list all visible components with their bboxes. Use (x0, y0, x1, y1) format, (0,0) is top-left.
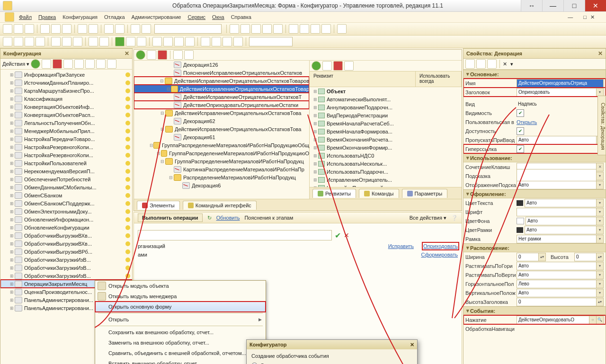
tb2-c[interactable] (25, 37, 34, 46)
form-tree-item[interactable]: ДействиеОприходоватьОтрицательныеОстатки (134, 101, 309, 109)
link-fix[interactable]: Исправить (388, 243, 414, 249)
attr-b[interactable] (322, 61, 332, 71)
tb-print[interactable] (78, 24, 87, 34)
props-tb-x[interactable]: ✕ (503, 61, 507, 67)
tab-elements[interactable]: Элементы (137, 201, 180, 210)
form-tree-item[interactable]: Декорация126 (134, 61, 309, 69)
config-tree-item[interactable]: ⊞ОбработчикиВыгрузкиВХв... (0, 240, 132, 248)
props-tb-a[interactable] (465, 59, 475, 69)
sort-icon[interactable] (85, 59, 95, 69)
attribute-item[interactable]: ⊞ВремяНачалаФормирова... (310, 127, 462, 135)
tb2-p[interactable] (201, 37, 210, 46)
tb2-q[interactable] (212, 37, 221, 46)
form-tree-item[interactable]: КартинкаРаспределениеМатериаловИРаботНаП… (134, 165, 309, 173)
attribute-item[interactable]: ⊞ИсправлениеОтрицатель... (310, 176, 462, 184)
config-tree-item[interactable]: ⊞ОбновлениеИнформацион... (0, 215, 132, 223)
tb-f[interactable] (289, 24, 298, 34)
ctx-item[interactable]: Заменить на внешнюю обработку, отчет... (95, 337, 266, 348)
tb2-l[interactable] (152, 37, 162, 46)
menu-help[interactable]: Справка (231, 14, 251, 20)
config-tree-item[interactable]: ⊞ИнформацияПриЗапуске (0, 71, 132, 79)
tb-preview[interactable] (89, 24, 98, 34)
form-elements-tree[interactable]: Декорация126ПояснениеИсправлениеОтрицате… (134, 61, 310, 199)
tab-commands[interactable]: Команды (359, 189, 399, 198)
form-edit-icon[interactable] (147, 50, 156, 60)
form-add-icon[interactable] (136, 50, 145, 60)
form-tree-item[interactable]: Декорация6 (134, 181, 309, 189)
filter-icon[interactable] (96, 59, 106, 69)
attr-add-icon[interactable] (312, 61, 321, 71)
props-tb-b[interactable] (476, 59, 486, 69)
chk-visibility[interactable]: ✔ (517, 109, 524, 117)
tb-e[interactable] (273, 24, 283, 34)
tb-d[interactable] (262, 24, 272, 34)
link-form[interactable]: Сформировать (421, 252, 458, 257)
props-close[interactable]: ✕ (598, 50, 603, 57)
tb-open[interactable] (14, 24, 23, 34)
attr-del-icon[interactable] (333, 61, 343, 71)
mdi-minimize[interactable]: — (568, 14, 573, 20)
menu-windows[interactable]: Окна (212, 14, 224, 20)
dialog-close[interactable]: ✕ (410, 342, 414, 348)
config-tree-item[interactable]: ⊞КартаМаршрутаБизнесПро... (0, 87, 132, 95)
tb-c[interactable] (251, 24, 261, 34)
properties-list[interactable]: Основные: ИмяДействиеОприходоватьОтрица … (463, 70, 606, 364)
tb-new[interactable] (3, 24, 12, 34)
config-tree-item[interactable]: ⊞ОбработчикиВыгрузкиВРб... (0, 248, 132, 256)
menu-file[interactable]: Файл (19, 14, 32, 20)
tb2-s[interactable] (233, 37, 243, 46)
config-panel-close[interactable]: ✕ (125, 50, 129, 57)
config-tree-item[interactable]: ⊞НастройкиПользователей (0, 159, 132, 167)
dd-icon[interactable]: ▾ (597, 88, 604, 97)
preview-search-input[interactable] (138, 230, 332, 240)
form-up-icon[interactable] (173, 50, 183, 60)
config-tree-item[interactable]: ⊞НерекомендуемаяВерсияП... (0, 167, 132, 175)
group-use[interactable]: Использование: (463, 153, 606, 162)
config-tree-item[interactable]: ⊞НастройкаРезервногоКопи... (0, 151, 132, 159)
tb-redo[interactable] (115, 24, 125, 34)
tb2-r[interactable] (223, 37, 232, 46)
form-tree-item[interactable]: ⊟ГруппаРаспределениеМатериаловИРаботНаПр… (134, 141, 309, 149)
prop-title[interactable]: Оприходовать (517, 88, 597, 97)
tb2-i[interactable] (99, 37, 109, 46)
menu-debug[interactable]: Отладка (104, 14, 125, 20)
attribute-item[interactable]: ⊞АвтоматическиВыполнят... (310, 95, 462, 103)
search-combo[interactable] (154, 24, 222, 34)
prop-name[interactable]: ДействиеОприходоватьОтрица (517, 79, 604, 88)
prop-click-open[interactable]: ○ (589, 316, 597, 324)
form-tree-item[interactable]: ⊟ДействиеИсправлениеОтрицательныхОстатко… (134, 109, 309, 117)
preview-run-button[interactable]: Выполнить операции (138, 213, 203, 222)
ctx-item[interactable]: Сохранить как внешнюю обработку, отчет..… (95, 327, 266, 337)
dialog-radio[interactable]: Создать на клиенте (251, 361, 412, 364)
config-tree-item[interactable]: ⊞ОбработчикиЗагрузкиИзВ... (0, 272, 132, 280)
tb-help-icon[interactable] (337, 24, 347, 34)
tb2-h[interactable] (89, 37, 98, 46)
up-icon[interactable] (63, 59, 73, 69)
tb2-combo[interactable] (249, 37, 293, 46)
config-tree-item[interactable]: ⊞ОбработчикиЗагрузкиИзВ... (0, 264, 132, 272)
down-icon[interactable] (74, 59, 84, 69)
attribute-item[interactable]: ⊞ВидПериодаРегистрации (310, 111, 462, 119)
tb-undo[interactable] (104, 24, 114, 34)
tb-a[interactable] (230, 24, 239, 34)
ctx-item[interactable]: Открыть▶ (95, 314, 266, 325)
ctx-item[interactable]: Вставить внешнюю обработку, отчет... (95, 358, 266, 364)
attribute-item[interactable]: ⊞ВремяНачалаРасчетаСеб... (310, 119, 462, 127)
sync-icon[interactable]: ↔ (521, 0, 542, 11)
config-tree-item[interactable]: ⊞ОбработчикиВыгрузкиВХв... (0, 231, 132, 240)
config-tree-item[interactable]: ⊞КонвертацияОбъектовРасп... (0, 111, 132, 119)
config-tree-item[interactable]: ⊞ОбеспечениеПотребностей (0, 175, 132, 183)
menu-edit[interactable]: Правка (38, 14, 56, 20)
tb-g[interactable] (300, 24, 309, 34)
config-tree-item[interactable]: ⊞КонвертацияОбъектовИнф... (0, 103, 132, 111)
delete-icon[interactable] (53, 59, 62, 69)
attribute-item[interactable]: ⊞Объект (310, 87, 462, 95)
config-tree-item[interactable]: ⊞ОбработчикиЗагрузкиИзВ... (0, 256, 132, 264)
preview-help-icon[interactable]: ❔ (451, 215, 458, 221)
tb-i[interactable] (321, 24, 331, 34)
config-tree-item[interactable]: ⊞ИсточникиДанныхПланиро... (0, 79, 132, 87)
preview-refresh[interactable]: Обновить (216, 215, 240, 221)
tb2-a[interactable] (3, 37, 12, 46)
tab-params[interactable]: Параметры (402, 189, 448, 198)
attr-c[interactable] (344, 61, 354, 71)
